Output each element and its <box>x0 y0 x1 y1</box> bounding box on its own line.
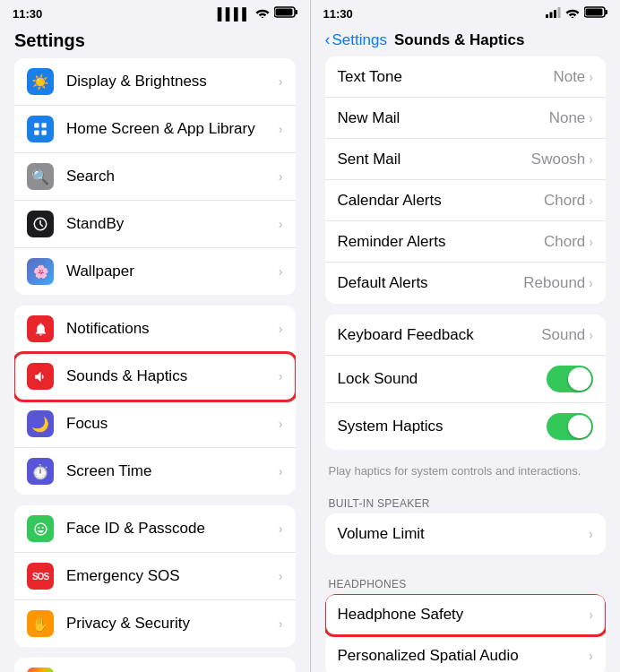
sent-mail-row[interactable]: Sent Mail Swoosh › <box>325 139 607 180</box>
left-status-icons: ▌▌▌▌ <box>218 6 297 21</box>
left-status-bar: 11:30 ▌▌▌▌ <box>0 0 310 25</box>
emergency-sos-chevron: › <box>279 569 283 583</box>
left-panel-title: Settings <box>0 25 310 58</box>
system-haptics-knob <box>568 415 591 438</box>
focus-label: Focus <box>66 415 279 433</box>
standby-label: StandBy <box>66 215 279 233</box>
lock-sound-toggle[interactable] <box>547 366 593 392</box>
settings-group-2: Notifications › Sounds & Haptics › 🌙 Foc… <box>14 306 296 495</box>
built-in-speaker-header: BUILT-IN SPEAKER <box>325 485 607 513</box>
screen-time-icon: ⏱️ <box>27 458 54 485</box>
calendar-alerts-value: Chord <box>544 192 585 210</box>
svg-rect-3 <box>34 123 39 127</box>
right-battery-icon <box>584 6 607 21</box>
home-screen-icon <box>27 116 54 142</box>
volume-limit-label: Volume Limit <box>338 525 590 543</box>
default-alerts-chevron: › <box>589 276 593 290</box>
setting-home-screen[interactable]: Home Screen & App Library › <box>14 106 296 153</box>
lock-sound-knob <box>568 367 591 391</box>
spatial-audio-row[interactable]: Personalized Spatial Audio › <box>325 635 607 672</box>
system-haptics-row[interactable]: System Haptics <box>325 403 607 450</box>
reminder-alerts-label: Reminder Alerts <box>338 233 545 251</box>
face-id-label: Face ID & Passcode <box>66 520 279 538</box>
new-mail-label: New Mail <box>338 109 549 127</box>
keyboard-feedback-label: Keyboard Feedback <box>338 326 542 344</box>
right-panel-content: Text Tone Note › New Mail None › Sent Ma… <box>311 56 621 672</box>
face-id-chevron: › <box>279 521 283 536</box>
default-alerts-row[interactable]: Default Alerts Rebound › <box>325 263 607 304</box>
setting-wallpaper[interactable]: 🌸 Wallpaper › <box>14 248 296 295</box>
emergency-sos-icon: SOS <box>27 563 54 590</box>
notifications-icon <box>27 315 54 342</box>
calendar-alerts-row[interactable]: Calendar Alerts Chord › <box>325 180 607 221</box>
volume-limit-chevron: › <box>589 527 593 541</box>
svg-rect-1 <box>275 9 292 16</box>
headphone-safety-chevron: › <box>589 607 593 622</box>
left-time: 11:30 <box>13 7 42 21</box>
settings-group-4: 🎮 Game Center › ☁️ iCloud › 💳 Wallet & A… <box>14 658 296 672</box>
new-mail-row[interactable]: New Mail None › <box>325 98 607 139</box>
setting-focus[interactable]: 🌙 Focus › <box>14 401 296 448</box>
screen-time-chevron: › <box>279 464 283 478</box>
built-in-speaker-group: Volume Limit › <box>325 513 607 555</box>
setting-standby[interactable]: StandBy › <box>14 201 296 248</box>
svg-rect-13 <box>558 7 561 18</box>
system-haptics-label: System Haptics <box>338 418 547 435</box>
focus-icon: 🌙 <box>27 410 54 437</box>
focus-chevron: › <box>279 417 283 431</box>
alert-tones-group: Text Tone Note › New Mail None › Sent Ma… <box>325 56 607 304</box>
back-chevron-icon: ‹ <box>325 30 331 49</box>
search-chevron: › <box>279 169 283 184</box>
setting-game-center[interactable]: 🎮 Game Center › <box>14 658 296 672</box>
keyboard-feedback-group: Keyboard Feedback Sound › Lock Sound Sys… <box>325 314 607 450</box>
text-tone-label: Text Tone <box>338 68 554 86</box>
headphones-header: HEADPHONES <box>325 565 607 594</box>
reminder-alerts-row[interactable]: Reminder Alerts Chord › <box>325 221 607 263</box>
volume-limit-row[interactable]: Volume Limit › <box>325 513 607 555</box>
default-alerts-value: Rebound <box>523 274 585 292</box>
wallpaper-icon: 🌸 <box>27 258 54 285</box>
privacy-security-icon: ✋ <box>27 610 54 637</box>
headphone-safety-row[interactable]: Headphone Safety › <box>325 594 607 635</box>
battery-icon <box>274 6 297 21</box>
spatial-audio-chevron: › <box>589 649 593 663</box>
wifi-icon <box>255 7 270 21</box>
keyboard-feedback-value: Sound <box>541 326 585 344</box>
spatial-audio-label: Personalized Spatial Audio <box>338 647 590 665</box>
setting-sounds-haptics[interactable]: Sounds & Haptics › <box>14 353 296 401</box>
setting-notifications[interactable]: Notifications › <box>14 306 296 353</box>
text-tone-row[interactable]: Text Tone Note › <box>325 56 607 98</box>
svg-rect-12 <box>554 10 556 18</box>
sent-mail-value: Swoosh <box>531 151 585 168</box>
setting-screen-time[interactable]: ⏱️ Screen Time › <box>14 448 296 495</box>
keyboard-feedback-row[interactable]: Keyboard Feedback Sound › <box>325 314 607 356</box>
sounds-haptics-chevron: › <box>279 369 283 383</box>
setting-search[interactable]: 🔍 Search › <box>14 153 296 201</box>
game-center-icon: 🎮 <box>27 668 54 672</box>
sent-mail-chevron: › <box>589 152 593 167</box>
back-button[interactable]: ‹ Settings <box>325 30 387 49</box>
svg-point-8 <box>38 527 39 529</box>
sounds-haptics-label: Sounds & Haptics <box>66 367 279 385</box>
calendar-alerts-label: Calendar Alerts <box>338 192 545 210</box>
standby-chevron: › <box>279 217 283 231</box>
right-signal-icon <box>546 7 561 21</box>
right-panel: 11:30 ‹ Settings Sounds & Haptics Text T… <box>311 0 621 672</box>
setting-face-id[interactable]: Face ID & Passcode › <box>14 505 296 553</box>
right-status-bar: 11:30 <box>311 0 621 25</box>
left-panel: 11:30 ▌▌▌▌ Settings ☀️ Display & Brightn… <box>0 0 310 672</box>
notifications-label: Notifications <box>66 320 279 338</box>
setting-emergency-sos[interactable]: SOS Emergency SOS › <box>14 553 296 600</box>
face-id-icon <box>27 515 54 542</box>
reminder-alerts-value: Chord <box>544 233 585 251</box>
svg-rect-2 <box>295 10 297 14</box>
setting-privacy-security[interactable]: ✋ Privacy & Security › <box>14 600 296 647</box>
lock-sound-row[interactable]: Lock Sound <box>325 356 607 403</box>
back-label: Settings <box>332 31 387 49</box>
notifications-chevron: › <box>279 322 283 336</box>
system-haptics-toggle[interactable] <box>547 413 593 440</box>
display-brightness-icon: ☀️ <box>27 68 54 95</box>
lock-sound-label: Lock Sound <box>338 370 547 388</box>
setting-display-brightness[interactable]: ☀️ Display & Brightness › <box>14 58 296 106</box>
settings-group-1: ☀️ Display & Brightness › Home Screen & … <box>14 58 296 295</box>
